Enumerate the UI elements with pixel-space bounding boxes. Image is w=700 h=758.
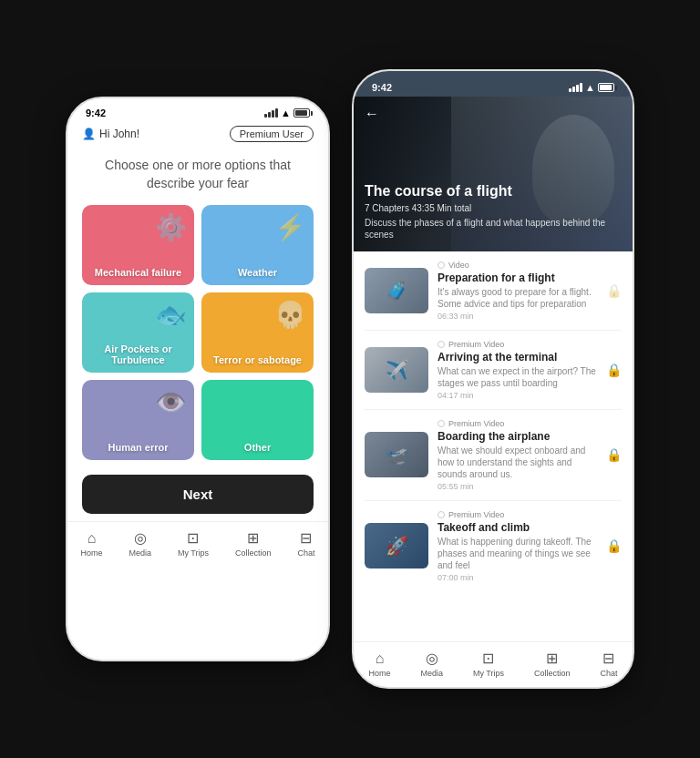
lesson-desc-4: What is happening during takeoff. The ph…	[438, 536, 597, 571]
nav-collection-left[interactable]: ⊞ Collection	[235, 529, 272, 558]
collection-icon: ⊞	[247, 529, 259, 547]
thumb-icon-4: 🚀	[365, 523, 428, 568]
nav-label-chat: Chat	[297, 548, 314, 558]
bottom-nav-left: ⌂ Home ◎ Media ⊡ My Trips ⊞ Collection ⊟…	[67, 521, 328, 567]
lesson-thumb-1: 🧳	[365, 268, 428, 313]
next-button[interactable]: Next	[82, 475, 314, 514]
nav-media-right[interactable]: ◎ Media	[420, 650, 443, 678]
fear-card-air-pockets[interactable]: 🐟 Air Pockets or Turbulence	[82, 292, 194, 373]
status-bar-left: 9:42 ▲	[67, 98, 328, 122]
lesson-duration-2: 04:17 min	[438, 391, 597, 400]
air-pockets-icon: 🐟	[155, 300, 187, 330]
nav-home-left[interactable]: ⌂ Home	[80, 530, 102, 558]
nav-collection-right[interactable]: ⊞ Collection	[534, 650, 571, 678]
bottom-nav-right: ⌂ Home ◎ Media ⊡ My Trips ⊞ Collection ⊟…	[354, 641, 633, 687]
course-title: The course of a flight	[365, 182, 622, 200]
fear-card-human-error[interactable]: 👁️ Human error	[82, 380, 194, 460]
status-time-left: 9:42	[86, 108, 106, 118]
signal-icon	[264, 108, 278, 118]
status-icons-left: ▲	[264, 108, 310, 118]
trips-icon: ⊡	[187, 529, 199, 547]
thumb-icon-1: 🧳	[365, 268, 428, 313]
lesson-item-4[interactable]: 🚀 Premium Video Takeoff and climb What i…	[365, 501, 622, 591]
lesson-info-3: Premium Video Boarding the airplane What…	[438, 419, 597, 491]
wifi-icon: ▲	[281, 108, 291, 118]
home-icon: ⌂	[88, 530, 97, 547]
nav-chat-right[interactable]: ⊟ Chat	[600, 650, 617, 678]
fear-card-terror[interactable]: 💀 Terror or sabotage	[201, 292, 314, 373]
tag-label-3: Premium Video	[448, 419, 504, 428]
tag-dot-4	[438, 511, 445, 518]
back-button[interactable]: ←	[365, 106, 379, 122]
lesson-list: 🧳 Video Preparation for a flight It's al…	[354, 251, 633, 641]
user-icon: 👤	[82, 128, 96, 140]
tag-dot-2	[438, 341, 445, 348]
fear-label-mechanical: Mechanical failure	[95, 267, 181, 278]
tag-label-4: Premium Video	[448, 510, 504, 519]
lesson-desc-2: What can we expect in the airport? The s…	[438, 365, 597, 389]
fear-card-other[interactable]: Other	[201, 380, 314, 460]
collection-icon-right: ⊞	[546, 650, 558, 667]
home-icon-right: ⌂	[376, 650, 385, 667]
status-time-right: 9:42	[372, 82, 392, 93]
lesson-duration-4: 07:00 min	[438, 573, 597, 582]
lesson-item-1[interactable]: 🧳 Video Preparation for a flight It's al…	[365, 251, 622, 331]
lesson-info-4: Premium Video Takeoff and climb What is …	[438, 510, 597, 582]
lock-icon-4: 🔒	[606, 538, 622, 553]
lesson-item-3[interactable]: 🛫 Premium Video Boarding the airplane Wh…	[365, 410, 622, 501]
nav-label-collection-right: Collection	[534, 669, 571, 678]
lesson-duration-3: 05:55 min	[438, 482, 597, 491]
thumb-icon-2: ✈️	[365, 347, 428, 393]
nav-label-media-right: Media	[420, 669, 443, 678]
lesson-title-3: Boarding the airplane	[438, 430, 597, 443]
fear-label-weather: Weather	[238, 267, 277, 278]
choose-title: Choose one or more options that describe…	[82, 157, 314, 192]
chat-icon: ⊟	[300, 529, 312, 547]
lesson-thumb-4: 🚀	[365, 523, 428, 568]
nav-media-left[interactable]: ◎ Media	[129, 529, 151, 558]
course-description: Discuss the phases of a flight and what …	[365, 217, 622, 241]
hero-text: The course of a flight 7 Chapters 43:35 …	[365, 182, 622, 241]
course-meta: 7 Chapters 43:35 Min total	[365, 203, 622, 213]
status-icons-right: ▲	[569, 82, 614, 93]
lesson-desc-3: What we should expect onboard and how to…	[438, 445, 597, 480]
nav-label-trips-right: My Trips	[473, 669, 504, 678]
tag-dot-3	[438, 420, 445, 427]
battery-icon	[293, 108, 310, 118]
nav-label-trips: My Trips	[178, 548, 209, 558]
nav-label-collection: Collection	[235, 548, 272, 558]
tag-dot-1	[438, 261, 445, 269]
lesson-title-2: Arriving at the terminal	[438, 351, 597, 364]
premium-badge: Premium User	[230, 126, 314, 142]
lesson-title-4: Takeoff and climb	[438, 521, 597, 534]
media-icon-right: ◎	[426, 650, 438, 667]
course-hero: ← The course of a flight 7 Chapters 43:3…	[354, 97, 633, 251]
nav-trips-left[interactable]: ⊡ My Trips	[178, 529, 209, 558]
fear-label-other: Other	[244, 442, 271, 453]
user-greeting: 👤 Hi John!	[82, 128, 139, 140]
battery-icon-right	[598, 83, 614, 92]
lock-icon-2: 🔒	[606, 363, 622, 377]
terror-icon: 💀	[274, 300, 306, 330]
nav-label-chat-right: Chat	[600, 669, 617, 678]
trips-icon-right: ⊡	[482, 650, 494, 667]
media-icon: ◎	[134, 529, 147, 547]
thumb-icon-3: 🛫	[365, 432, 428, 477]
status-bar-right: 9:42 ▲	[354, 71, 633, 97]
lesson-thumb-3: 🛫	[365, 432, 428, 477]
mechanical-icon: ⚙️	[155, 212, 187, 242]
chat-icon-right: ⊟	[602, 650, 614, 667]
fear-card-mechanical[interactable]: ⚙️ Mechanical failure	[82, 205, 194, 285]
nav-label-media: Media	[129, 548, 151, 558]
nav-home-right[interactable]: ⌂ Home	[368, 650, 390, 678]
lesson-item-2[interactable]: ✈️ Premium Video Arriving at the termina…	[365, 331, 622, 410]
fear-label-air-pockets: Air Pockets or Turbulence	[89, 343, 187, 365]
lesson-duration-1: 06:33 min	[438, 312, 597, 321]
left-content: Choose one or more options that describe…	[67, 149, 328, 521]
nav-chat-left[interactable]: ⊟ Chat	[297, 529, 314, 558]
lesson-tag-2: Premium Video	[438, 340, 597, 349]
fear-card-weather[interactable]: ⚡ Weather	[201, 205, 314, 285]
nav-trips-right[interactable]: ⊡ My Trips	[473, 650, 504, 678]
tag-label-1: Video	[448, 261, 469, 270]
lesson-desc-1: It's always good to prepare for a flight…	[438, 286, 597, 310]
